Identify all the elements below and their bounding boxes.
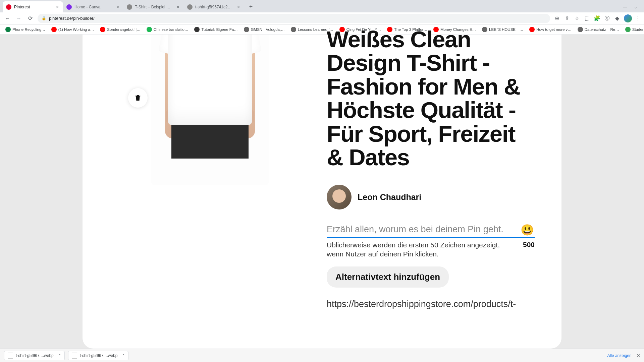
- chevron-down-icon[interactable]: ⌄: [634, 5, 637, 9]
- bookmark-favicon: [578, 27, 583, 32]
- bookmark-label: Phone Recycling…: [12, 27, 45, 32]
- close-downloads-bar[interactable]: ×: [637, 353, 640, 359]
- translate-icon[interactable]: ㊊: [604, 15, 610, 22]
- bookmark-favicon: [51, 27, 57, 32]
- file-icon: [72, 353, 77, 359]
- destination-link-field[interactable]: https://besterdropshippingstore.com/prod…: [327, 299, 535, 313]
- tab-strip: Pinterest × Home - Canva × T-Shirt – Bei…: [0, 0, 644, 12]
- bookmark-label: How to get more v…: [536, 27, 572, 32]
- bookmark-favicon: [100, 27, 105, 32]
- globe-icon: [187, 4, 193, 10]
- bookmark-item[interactable]: Sonderangebot! |…: [98, 26, 143, 33]
- address-bar[interactable]: 🔒 pinterest.de/pin-builder/: [38, 14, 550, 23]
- hint-text: Üblicherweise werden die ersten 50 Zeich…: [327, 241, 508, 258]
- bookmark-label: Student Wants an…: [632, 27, 644, 32]
- description-field-wrap: 😃: [327, 224, 535, 238]
- bookmark-item[interactable]: GMSN - Vologda,…: [242, 26, 287, 33]
- bookmark-favicon: [625, 27, 631, 32]
- close-icon[interactable]: ×: [236, 4, 241, 10]
- close-icon[interactable]: ×: [115, 4, 120, 10]
- lock-icon: 🔒: [42, 16, 46, 20]
- close-icon[interactable]: ×: [176, 4, 180, 10]
- pin-title[interactable]: Weißes Clean Design T-Shirt - Fashion fo…: [327, 28, 535, 169]
- bookmark-label: Datenschutz – Re…: [585, 27, 619, 32]
- download-filename: t-shirt-g5f967....webp: [16, 353, 54, 358]
- download-item[interactable]: t-shirt-g5f967....webp ⌃: [68, 351, 129, 360]
- close-icon[interactable]: ×: [55, 4, 60, 10]
- download-item[interactable]: t-shirt-g5f967....webp ⌃: [4, 351, 65, 360]
- bookmark-item[interactable]: (1) How Working a…: [49, 26, 96, 33]
- bookmark-label: Sonderangebot! |…: [107, 27, 141, 32]
- bookmark-favicon: [291, 27, 296, 32]
- download-filename: t-shirt-g5f967....webp: [80, 353, 118, 358]
- tab-image[interactable]: t-shirt-g5f96741c2_1280.jpg ×: [184, 1, 244, 12]
- browser-toolbar: ← → ⟳ 🔒 pinterest.de/pin-builder/ ⊕ ⇪ ☆ …: [0, 12, 644, 24]
- globe-icon: [127, 4, 132, 10]
- pin-image[interactable]: [151, 35, 269, 185]
- tab-canva[interactable]: Home - Canva ×: [63, 1, 123, 12]
- bookmark-item[interactable]: Tutorial: Eigene Fa…: [192, 26, 239, 33]
- delete-button[interactable]: [128, 88, 148, 108]
- pinterest-icon: [6, 4, 11, 10]
- trash-icon: [134, 94, 142, 102]
- description-input[interactable]: [327, 224, 535, 235]
- show-all-downloads[interactable]: Alle anzeigen: [607, 353, 632, 358]
- author-row: Leon Chaudhari: [327, 185, 535, 209]
- bookmark-favicon: [194, 27, 200, 32]
- emoji-button[interactable]: 😃: [521, 224, 534, 236]
- alt-text-button[interactable]: Alternativtext hinzufügen: [327, 266, 449, 288]
- tab-title: Home - Canva: [74, 5, 113, 9]
- back-button[interactable]: ←: [3, 14, 11, 22]
- tab-title: t-shirt-g5f96741c2_1280.jpg: [195, 5, 233, 9]
- extension-icon-2[interactable]: ◆: [614, 15, 621, 22]
- tab-pinterest[interactable]: Pinterest ×: [3, 1, 63, 12]
- bookmark-item[interactable]: Student Wants an…: [623, 26, 644, 33]
- char-count: 500: [523, 241, 535, 258]
- window-controls: — ⌄: [623, 5, 641, 9]
- canva-icon: [66, 4, 72, 10]
- form-column: Weißes Clean Design T-Shirt - Fashion fo…: [327, 35, 535, 328]
- url-text: pinterest.de/pin-builder/: [49, 16, 546, 21]
- pin-builder-card: Weißes Clean Design T-Shirt - Fashion fo…: [83, 35, 561, 349]
- tab-tshirt-shop[interactable]: T-Shirt – Beispiel Dropshippi… ×: [123, 1, 184, 12]
- tab-title: T-Shirt – Beispiel Dropshippi…: [135, 5, 173, 9]
- new-tab-button[interactable]: +: [246, 2, 256, 12]
- page-background: Weißes Clean Design T-Shirt - Fashion fo…: [0, 35, 644, 349]
- bookmark-item[interactable]: Chinese translatio…: [145, 26, 191, 33]
- reload-button[interactable]: ⟳: [26, 14, 34, 22]
- chevron-up-icon[interactable]: ⌃: [122, 354, 125, 357]
- downloads-bar: t-shirt-g5f967....webp ⌃ t-shirt-g5f967.…: [0, 349, 644, 362]
- tab-title: Pinterest: [14, 5, 52, 9]
- star-icon[interactable]: ☆: [574, 15, 580, 22]
- bookmark-favicon: [5, 27, 11, 32]
- bookmark-favicon: [244, 27, 249, 32]
- bookmark-label: (1) How Working a…: [58, 27, 94, 32]
- hint-row: Üblicherweise werden die ersten 50 Zeich…: [327, 241, 535, 258]
- bookmark-label: Tutorial: Eigene Fa…: [201, 27, 237, 32]
- chevron-up-icon[interactable]: ⌃: [58, 354, 61, 357]
- link-text: https://besterdropshippingstore.com/prod…: [327, 299, 535, 309]
- install-icon[interactable]: ⊕: [553, 15, 560, 22]
- file-icon: [8, 353, 13, 359]
- forward-button: →: [15, 14, 23, 22]
- minimize-icon[interactable]: —: [623, 5, 627, 9]
- extension-icon[interactable]: ⬚: [584, 15, 590, 22]
- bookmark-item[interactable]: Datenschutz – Re…: [576, 26, 621, 33]
- bookmark-favicon: [147, 27, 152, 32]
- bookmark-label: GMSN - Vologda,…: [251, 27, 285, 32]
- bookmark-item[interactable]: Phone Recycling…: [3, 26, 47, 33]
- share-icon[interactable]: ⇪: [564, 15, 570, 22]
- author-avatar[interactable]: [327, 185, 352, 209]
- image-column: [109, 35, 311, 328]
- menu-button[interactable]: ⋮: [635, 15, 641, 21]
- bookmarks-bar: Phone Recycling…(1) How Working a…Sonder…: [0, 24, 644, 35]
- bookmark-label: Chinese translatio…: [154, 27, 189, 32]
- author-name: Leon Chaudhari: [358, 192, 421, 202]
- extensions-icon[interactable]: 🧩: [594, 15, 600, 22]
- profile-avatar[interactable]: [624, 14, 632, 22]
